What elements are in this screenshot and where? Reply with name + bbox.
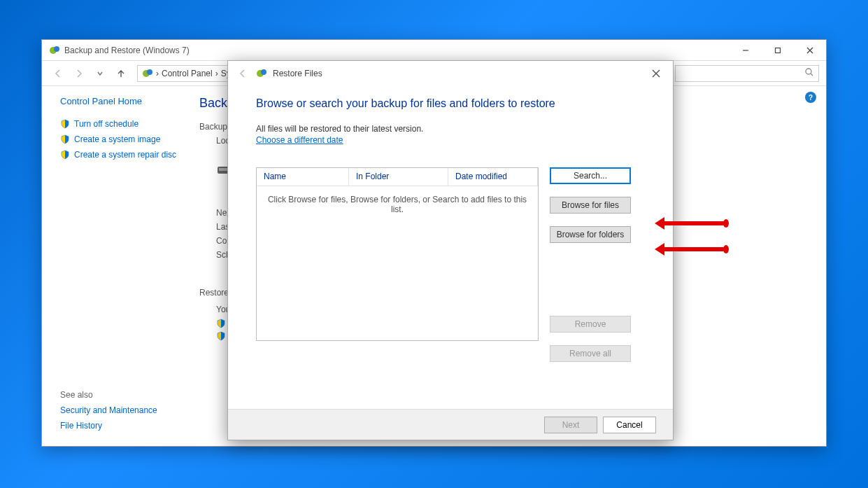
remove-all-button: Remove all bbox=[550, 345, 631, 362]
maximize-button[interactable] bbox=[762, 40, 794, 60]
dialog-titlebar: Restore Files bbox=[228, 61, 673, 86]
minimize-button[interactable] bbox=[730, 40, 762, 60]
task-link-label: Turn off schedule bbox=[74, 119, 138, 129]
dialog-content: Browse or search your backup for files a… bbox=[228, 86, 673, 362]
task-link-label: Create a system repair disc bbox=[74, 150, 176, 160]
see-also-heading: See also bbox=[60, 390, 157, 400]
back-button[interactable] bbox=[49, 65, 67, 82]
list-empty-text: Click Browse for files, Browse for folde… bbox=[257, 186, 538, 223]
task-link-repair-disc[interactable]: Create a system repair disc bbox=[60, 150, 192, 160]
dialog-title: Restore Files bbox=[273, 69, 322, 78]
svg-point-8 bbox=[806, 69, 811, 74]
svg-point-1 bbox=[54, 46, 59, 52]
dialog-heading: Browse or search your backup for files a… bbox=[256, 97, 653, 110]
see-also-link-security[interactable]: Security and Maintenance bbox=[60, 405, 157, 415]
svg-point-13 bbox=[261, 69, 266, 75]
help-icon[interactable]: ? bbox=[805, 92, 816, 103]
app-icon bbox=[49, 45, 60, 56]
cancel-button[interactable]: Cancel bbox=[603, 417, 656, 433]
restore-label: Restore bbox=[199, 288, 229, 298]
window-controls bbox=[730, 40, 826, 60]
next-button: Next bbox=[544, 417, 597, 433]
shield-icon bbox=[216, 319, 226, 328]
browse-files-button[interactable]: Browse for files bbox=[550, 197, 631, 214]
search-box[interactable] bbox=[675, 65, 819, 82]
window-title: Backup and Restore (Windows 7) bbox=[64, 46, 725, 55]
shield-icon bbox=[60, 119, 70, 129]
control-panel-home-link[interactable]: Control Panel Home bbox=[60, 96, 192, 106]
backup-label: Backup bbox=[199, 122, 227, 132]
up-button[interactable] bbox=[112, 65, 130, 82]
see-also-link-filehistory[interactable]: File History bbox=[60, 421, 157, 431]
list-headers: Name In Folder Date modified bbox=[257, 168, 538, 186]
column-name[interactable]: Name bbox=[257, 168, 349, 186]
list-area: Name In Folder Date modified Click Brows… bbox=[256, 167, 653, 362]
button-column: Search... Browse for files Browse for fo… bbox=[550, 167, 631, 362]
svg-point-7 bbox=[147, 69, 152, 75]
breadcrumb-separator-icon: › bbox=[215, 69, 218, 78]
svg-rect-3 bbox=[776, 48, 781, 53]
dialog-icon bbox=[256, 68, 267, 79]
task-link-system-image[interactable]: Create a system image bbox=[60, 134, 192, 144]
shield-icon bbox=[60, 150, 70, 160]
file-list-box[interactable]: Name In Folder Date modified Click Brows… bbox=[256, 167, 539, 341]
shield-icon bbox=[216, 331, 226, 341]
breadcrumb-part[interactable]: Control Panel bbox=[162, 69, 213, 78]
close-button[interactable] bbox=[794, 40, 826, 60]
annotation-arrow bbox=[664, 221, 726, 225]
dialog-subtext: All files will be restored to their late… bbox=[256, 124, 653, 134]
breadcrumb-icon bbox=[142, 68, 153, 79]
task-link-label: Create a system image bbox=[74, 134, 160, 144]
dialog-close-button[interactable] bbox=[642, 61, 670, 86]
shield-icon bbox=[60, 134, 70, 144]
left-panel: Control Panel Home Turn off schedule Cre… bbox=[42, 86, 199, 446]
title-bar: Backup and Restore (Windows 7) bbox=[42, 40, 826, 61]
forward-button[interactable] bbox=[70, 65, 88, 82]
browse-folders-button[interactable]: Browse for folders bbox=[550, 226, 631, 243]
remove-button: Remove bbox=[550, 316, 631, 333]
column-folder[interactable]: In Folder bbox=[349, 168, 448, 186]
task-link-turn-off[interactable]: Turn off schedule bbox=[60, 119, 192, 129]
breadcrumb-separator-icon: › bbox=[156, 69, 159, 78]
dialog-back-button[interactable] bbox=[235, 66, 250, 81]
search-button[interactable]: Search... bbox=[550, 167, 631, 184]
svg-line-9 bbox=[811, 74, 813, 76]
choose-date-link[interactable]: Choose a different date bbox=[256, 135, 343, 145]
see-also: See also Security and Maintenance File H… bbox=[60, 390, 157, 436]
recent-dropdown-icon[interactable] bbox=[91, 65, 109, 82]
column-date[interactable]: Date modified bbox=[448, 168, 538, 186]
dialog-footer: Next Cancel bbox=[228, 409, 673, 440]
annotation-arrow bbox=[664, 247, 726, 251]
restore-files-dialog: Restore Files Browse or search your back… bbox=[227, 60, 674, 440]
search-icon bbox=[804, 67, 814, 79]
